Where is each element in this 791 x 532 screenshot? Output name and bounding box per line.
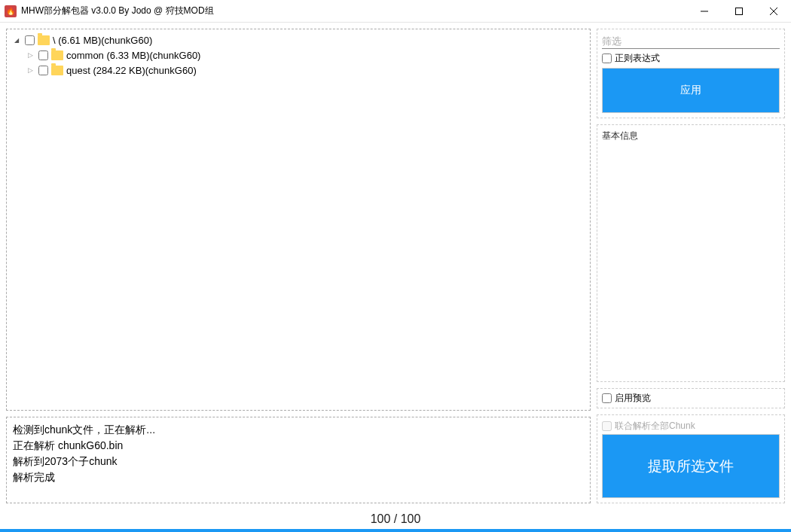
tree-checkbox[interactable] — [38, 66, 48, 75]
preview-checkbox-row[interactable]: 启用预览 — [602, 392, 780, 405]
tree-label: \ (6.61 MB)(chunkG60) — [53, 35, 152, 46]
folder-icon — [51, 50, 63, 60]
preview-group: 启用预览 — [597, 388, 785, 408]
preview-label: 启用预览 — [615, 392, 651, 405]
app-icon: 🔥 — [5, 5, 17, 17]
file-tree-panel[interactable]: \ (6.61 MB)(chunkG60) common (6.33 MB)(c… — [6, 29, 591, 411]
log-line: 解析完成 — [13, 469, 584, 485]
log-panel: 检测到chunk文件，正在解析... 正在解析 chunkG60.bin 解析到… — [6, 417, 591, 503]
left-column: \ (6.61 MB)(chunkG60) common (6.33 MB)(c… — [6, 29, 591, 503]
tree-label: quest (284.22 KB)(chunkG60) — [66, 65, 197, 76]
preview-checkbox[interactable] — [602, 393, 612, 403]
right-column: 正则表达式 应用 基本信息 启用预览 联合解析全部Chunk 提取所选文件 — [597, 29, 785, 503]
tree-checkbox[interactable] — [25, 35, 35, 45]
maximize-button[interactable] — [722, 0, 756, 22]
close-button[interactable] — [756, 0, 791, 22]
folder-icon — [38, 35, 50, 45]
main-content: \ (6.61 MB)(chunkG60) common (6.33 MB)(c… — [0, 23, 791, 509]
expander-icon[interactable] — [25, 65, 35, 75]
basic-info-header: 基本信息 — [602, 130, 780, 142]
file-tree: \ (6.61 MB)(chunkG60) common (6.33 MB)(c… — [8, 32, 588, 78]
union-label: 联合解析全部Chunk — [615, 420, 695, 433]
progress-bar — [0, 529, 791, 532]
tree-node-child[interactable]: common (6.33 MB)(chunkG60) — [8, 47, 588, 63]
filter-input[interactable] — [602, 34, 780, 49]
log-line: 检测到chunk文件，正在解析... — [13, 422, 584, 438]
union-checkbox-row: 联合解析全部Chunk — [602, 420, 780, 433]
minimize-button[interactable] — [687, 0, 722, 22]
log-line: 解析到2073个子chunk — [13, 454, 584, 469]
tree-node-child[interactable]: quest (284.22 KB)(chunkG60) — [8, 63, 588, 78]
tree-checkbox[interactable] — [38, 50, 48, 60]
filter-group: 正则表达式 应用 — [597, 29, 785, 118]
extract-button[interactable]: 提取所选文件 — [602, 434, 780, 498]
regex-checkbox-row[interactable]: 正则表达式 — [602, 52, 780, 65]
window-title: MHW部分解包器 v3.0.0 By Jodo @ 狩技MOD组 — [21, 5, 687, 17]
basic-info-group: 基本信息 — [597, 124, 785, 382]
regex-checkbox[interactable] — [602, 54, 612, 63]
regex-label: 正则表达式 — [615, 52, 660, 65]
union-checkbox — [602, 421, 612, 431]
tree-node-root[interactable]: \ (6.61 MB)(chunkG60) — [8, 32, 588, 47]
window-controls — [687, 0, 791, 22]
progress-footer: 100 / 100 — [0, 509, 791, 529]
log-line: 正在解析 chunkG60.bin — [13, 438, 584, 454]
expander-icon[interactable] — [11, 35, 22, 45]
tree-label: common (6.33 MB)(chunkG60) — [66, 50, 200, 61]
title-bar: 🔥 MHW部分解包器 v3.0.0 By Jodo @ 狩技MOD组 — [0, 0, 791, 23]
progress-text: 100 / 100 — [371, 512, 421, 526]
svg-rect-1 — [736, 8, 743, 14]
extract-group: 联合解析全部Chunk 提取所选文件 — [597, 414, 785, 503]
apply-button[interactable]: 应用 — [602, 68, 780, 113]
folder-icon — [51, 66, 63, 75]
expander-icon[interactable] — [25, 50, 35, 60]
